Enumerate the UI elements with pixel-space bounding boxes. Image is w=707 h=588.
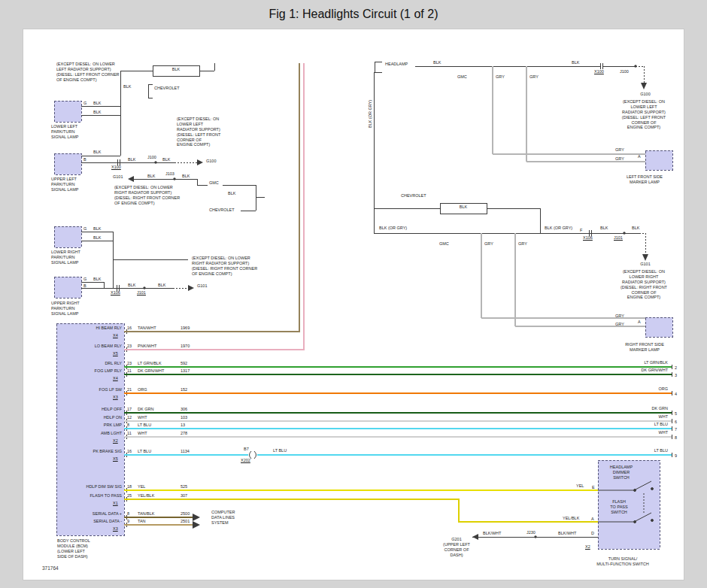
bcm-pin-number: 12 — [127, 415, 132, 420]
bcm-pin-number: 23 — [127, 344, 132, 349]
pin-label-g: G — [83, 101, 86, 106]
brand-label-chevrolet: CHEVROLET — [154, 86, 180, 91]
splice-j100-left — [154, 161, 156, 163]
exit-wire-label: LT BLU — [617, 448, 668, 453]
bcm-conn-label: X4 — [113, 333, 118, 338]
bcm-circuit-number: 1317 — [181, 368, 190, 374]
bcm-pin-number: 16 — [127, 449, 132, 454]
note-left-mid: (EXCEPT DIESEL: ON LOWER LEFT RADIATOR S… — [177, 117, 220, 147]
connector-label-x100: X100 — [594, 69, 604, 74]
connector-label-x100: X100 — [111, 165, 121, 170]
bcm-pin-number: 8 — [127, 423, 129, 428]
ground-label-g100: G100 — [206, 159, 216, 164]
document-number: 371764 — [42, 565, 59, 571]
lower-right-lamp-label: LOWER RIGHT PARK/TURN SIGNAL LAMP — [51, 250, 80, 265]
bcm-wire-name: LT BLU — [138, 423, 151, 428]
bcm-wire-name: LT GRN/BLK — [138, 361, 162, 366]
wire-label-lt-blu: LT BLU — [273, 448, 287, 453]
exit-pin-number: 3 — [675, 373, 677, 378]
left-marker-lamp-box — [645, 150, 672, 170]
bcm-wire-name: LT BLU — [138, 449, 151, 454]
wire-label-yel-blk: YEL/BLK — [563, 516, 579, 521]
note-left-g101: (EXCEPT DIESEL: ON LOWER RIGHT RADIATOR … — [114, 185, 180, 206]
upper-right-lamp-box — [54, 277, 81, 298]
lower-left-lamp-label: LOWER LEFT PARK/TURN SIGNAL LAMP — [51, 124, 78, 140]
bcm-circuit-number: 592 — [181, 361, 187, 366]
exit-wire-label: WHT — [617, 414, 668, 420]
bcm-circuit-number: 2501 — [181, 519, 190, 524]
bcm-wire-name: YEL/BLK — [138, 493, 154, 499]
pin-label-g: G — [83, 277, 86, 282]
bcm-circuit-number: 1970 — [181, 344, 190, 349]
wire-label-gry: GRY — [615, 156, 624, 162]
wire-label-gry: GRY — [615, 322, 624, 327]
exit-wire-label: WHT — [617, 430, 668, 435]
connector-label-j103: J103 — [165, 171, 174, 177]
exit-pin-number: 7 — [675, 427, 677, 432]
wire-label-blk-or-gry: BLK (OR GRY) — [545, 226, 572, 231]
wire-pnk-wht-1970 — [124, 63, 304, 350]
ground-g100-top-arrow — [641, 83, 647, 89]
upper-left-lamp-label: UPPER LEFT PARK/TURN SIGNAL LAMP — [51, 177, 78, 192]
bcm-pin-number: 18 — [127, 484, 132, 489]
bcm-circuit-number: 307 — [181, 493, 187, 499]
pin-label-a: A — [638, 320, 641, 325]
splice-j101-right — [623, 232, 625, 234]
right-marker-label: RIGHT FRONT SIDE MARKER LAMP — [615, 342, 674, 353]
bcm-pin-name: FLASH TO PASS — [59, 493, 122, 499]
bcm-wire-name: PNK/WHT — [138, 344, 156, 349]
connector-label-x106: X106 — [583, 235, 593, 241]
wire-label-blk: BLK — [182, 174, 190, 179]
arrows — [128, 83, 648, 540]
wire-label-gry: GRY — [496, 74, 505, 80]
wire-label-blk: BLK — [93, 150, 101, 155]
bcm-pin-name: FOG LMP RLY — [59, 368, 122, 374]
bcm-wire-name: DK GRN — [138, 407, 153, 412]
note-right-lamp: (EXCEPT DIESEL: ON LOWER RIGHT RADIATOR … — [192, 256, 257, 277]
bcm-pin-name: HDLP ON — [59, 415, 122, 420]
bcm-pin-number: 8 — [127, 511, 129, 517]
wire-label-blk-wht: BLK/WHT — [558, 531, 576, 536]
ground-g101-row-arrow — [188, 285, 194, 291]
brand-label-gmc: GMC — [457, 74, 467, 80]
bcm-pin-name: HDLP OFF — [59, 407, 122, 412]
bcm-pin-name: PK BRAKE SIG — [59, 449, 122, 454]
bcm-pin-number: 23 — [127, 361, 132, 366]
bcm-circuit-number: 103 — [181, 415, 187, 420]
wire-label-gry: GRY — [529, 74, 539, 80]
wire-label-blk: BLK — [162, 157, 170, 162]
lower-right-lamp-box — [54, 226, 81, 247]
bcm-pin-name: SERIAL DATA + — [59, 511, 122, 517]
splice-j230 — [534, 535, 536, 538]
exit-pin-number: 9 — [675, 453, 677, 459]
exit-wire-label: DK GRN/WHT — [617, 368, 668, 373]
wire-label-blk-box: BLK — [153, 67, 199, 72]
wire-label-yel: YEL — [576, 483, 584, 489]
wire-label-blk: BLK — [228, 191, 235, 196]
wire-label-blk: BLK — [93, 101, 101, 106]
upper-left-lamp-box — [54, 153, 81, 174]
bcm-pin-number: 11 — [127, 431, 132, 436]
bcm-conn-label: X5 — [113, 351, 118, 356]
ground-label-g101: G101 — [197, 283, 207, 289]
exit-pin-number: 4 — [675, 392, 677, 397]
wire-label-blk: BLK — [600, 226, 608, 231]
multifunction-switch-label: TURN SIGNAL/ MULTI-FUNCTION SWITCH — [576, 556, 669, 567]
ground-g101-mid-arrow — [128, 176, 134, 182]
bcm-pin-number: 21 — [127, 387, 132, 393]
wire-label-blk-or-gry: BLK (OR GRY) — [379, 226, 407, 231]
wire-label-blk: BLK — [158, 283, 165, 288]
wire-label-blk-wht: BLK/WHT — [483, 531, 501, 536]
wire-label-blk: BLK — [93, 277, 101, 282]
bcm-pin-name: PRK LMP — [59, 423, 122, 428]
connector-label-x202: X202 — [241, 458, 250, 463]
connector-label-j100: J100 — [620, 69, 629, 74]
ground-g101-right-arrow — [642, 254, 648, 261]
pin-label-a: A — [591, 517, 594, 522]
brand-label-gmc: GMC — [439, 241, 449, 247]
brand-label-chevrolet: CHEVROLET — [401, 193, 426, 199]
headlamp-label: HEADLAMP — [385, 62, 408, 67]
wire-label-gry: GRY — [615, 314, 624, 319]
ground-label-g101: G101 — [113, 174, 123, 180]
ground-label-g100: G100 — [629, 92, 662, 97]
